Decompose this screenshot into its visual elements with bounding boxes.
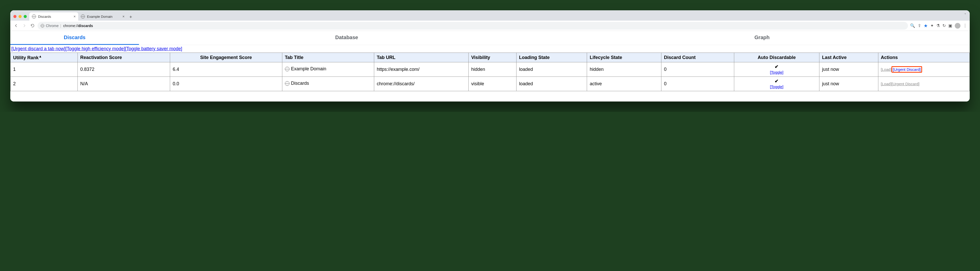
maximize-window-icon[interactable] — [24, 15, 27, 18]
tab-graph[interactable]: Graph — [554, 31, 970, 45]
menu-icon[interactable]: ⋮ — [963, 23, 967, 28]
action-load[interactable]: [Load] — [881, 82, 892, 86]
cell-url: https://example.com/ — [374, 62, 468, 77]
reload-button[interactable] — [29, 23, 35, 29]
cell-discard-count: 0 — [662, 62, 734, 77]
link-toggle-high-efficiency[interactable]: [Toggle high efficiency mode] — [65, 46, 125, 51]
chip-label: Chrome — [46, 24, 59, 28]
address-bar[interactable]: Chrome | chrome://discards — [38, 22, 908, 30]
globe-icon — [285, 67, 290, 71]
th-auto-discardable[interactable]: Auto Discardable — [734, 53, 819, 62]
tab-title: Example Domain — [87, 15, 113, 19]
tab-title: Discards — [38, 15, 51, 19]
th-loading-state[interactable]: Loading State — [516, 53, 587, 62]
cell-actions: [Load][Urgent Discard] — [878, 77, 969, 91]
profile-avatar[interactable] — [955, 23, 961, 29]
cell-visibility: visible — [468, 77, 516, 91]
tab-overflow-icon[interactable]: ˅ — [964, 13, 966, 17]
cell-actions: [Load][Urgent Discard] — [878, 62, 969, 77]
check-icon: ✔ — [737, 78, 817, 84]
global-actions: [Urgent discard a tab now][Toggle high e… — [10, 45, 970, 53]
th-site-engagement[interactable]: Site Engagement Score — [170, 53, 282, 62]
new-tab-button[interactable]: + — [127, 13, 134, 21]
site-chip: Chrome | — [41, 24, 61, 28]
window-controls — [12, 15, 29, 21]
bookmark-icon[interactable]: ★ — [924, 23, 928, 29]
th-reactivation[interactable]: Reactivation Score — [78, 53, 170, 62]
cell-auto-discardable: ✔ [Toggle] — [734, 62, 819, 77]
cell-lifecycle: active — [587, 77, 662, 91]
tab-strip: Discards × Example Domain × + ˅ — [10, 10, 970, 21]
cell-auto-discardable: ✔ [Toggle] — [734, 77, 819, 91]
cell-visibility: hidden — [468, 62, 516, 77]
forward-button[interactable] — [21, 23, 27, 29]
share-icon[interactable]: ⇪ — [918, 23, 921, 28]
browser-tab-example[interactable]: Example Domain × — [78, 12, 127, 21]
sidepanel-icon[interactable]: ▣ — [948, 23, 952, 28]
cell-last-active: just now — [819, 77, 878, 91]
browser-tab-discards[interactable]: Discards × — [29, 12, 78, 21]
th-actions[interactable]: Actions — [878, 53, 969, 62]
back-button[interactable] — [13, 23, 19, 29]
cell-title: Example Domain — [282, 62, 374, 77]
action-load[interactable]: [Load] — [881, 67, 892, 72]
extensions-icon[interactable]: ✦ — [930, 23, 934, 28]
cell-url: chrome://discards/ — [374, 77, 468, 91]
toolbar-right: 🔍 ⇪ ★ ✦ ⚗ ↻ ▣ ⋮ — [910, 23, 967, 29]
cell-engagement: 6.4 — [170, 62, 282, 77]
page-tab-bar: Discards Database Graph — [10, 31, 970, 45]
globe-icon — [285, 81, 290, 86]
th-visibility[interactable]: Visibility — [468, 53, 516, 62]
page-content: Discards Database Graph [Urgent discard … — [10, 31, 970, 102]
cell-lifecycle: hidden — [587, 62, 662, 77]
browser-window: Discards × Example Domain × + ˅ Chrome | — [10, 10, 970, 102]
zoom-icon[interactable]: 🔍 — [910, 23, 915, 28]
link-toggle-auto[interactable]: [Toggle] — [770, 70, 784, 75]
cell-title: Discards — [282, 77, 374, 91]
browser-toolbar: Chrome | chrome://discards 🔍 ⇪ ★ ✦ ⚗ ↻ ▣… — [10, 21, 970, 31]
close-tab-icon[interactable]: × — [123, 14, 124, 19]
table-row: 2 N/A 0.0 Discards chrome://discards/ vi… — [11, 77, 970, 91]
cell-reactivation: N/A — [78, 77, 170, 91]
cell-loading: loaded — [516, 62, 587, 77]
cell-reactivation: 0.8372 — [78, 62, 170, 77]
sort-asc-icon: ▲ — [38, 54, 42, 58]
link-toggle-battery-saver[interactable]: [Toggle battery saver mode] — [125, 46, 182, 51]
link-urgent-discard-now[interactable]: [Urgent discard a tab now] — [11, 46, 65, 51]
th-discard-count[interactable]: Discard Count — [662, 53, 734, 62]
updates-icon[interactable]: ↻ — [942, 23, 946, 28]
discards-table: Utility Rank▲ Reactivation Score Site En… — [10, 53, 970, 91]
check-icon: ✔ — [737, 64, 817, 70]
action-urgent-discard[interactable]: [Urgent Discard] — [891, 82, 919, 86]
globe-icon — [41, 24, 44, 27]
cell-last-active: just now — [819, 62, 878, 77]
th-utility-rank[interactable]: Utility Rank▲ — [11, 53, 78, 62]
close-tab-icon[interactable]: × — [73, 14, 76, 19]
cell-discard-count: 0 — [662, 77, 734, 91]
globe-icon — [81, 14, 85, 19]
tab-database[interactable]: Database — [139, 31, 554, 45]
th-tab-title[interactable]: Tab Title — [282, 53, 374, 62]
cell-rank: 1 — [11, 62, 78, 77]
cell-rank: 2 — [11, 77, 78, 91]
table-row: 1 0.8372 6.4 Example Domain https://exam… — [11, 62, 970, 77]
globe-icon — [32, 14, 36, 19]
th-lifecycle-state[interactable]: Lifecycle State — [587, 53, 662, 62]
th-tab-url[interactable]: Tab URL — [374, 53, 468, 62]
link-toggle-auto[interactable]: [Toggle] — [770, 84, 784, 89]
tab-discards[interactable]: Discards — [10, 31, 139, 45]
th-last-active[interactable]: Last Active — [819, 53, 878, 62]
minimize-window-icon[interactable] — [19, 15, 22, 18]
close-window-icon[interactable] — [13, 15, 16, 18]
cell-engagement: 0.0 — [170, 77, 282, 91]
cell-loading: loaded — [516, 77, 587, 91]
action-urgent-discard[interactable]: [Urgent Discard] — [891, 66, 922, 73]
address-url: chrome://discards — [63, 24, 93, 28]
labs-icon[interactable]: ⚗ — [936, 23, 940, 28]
